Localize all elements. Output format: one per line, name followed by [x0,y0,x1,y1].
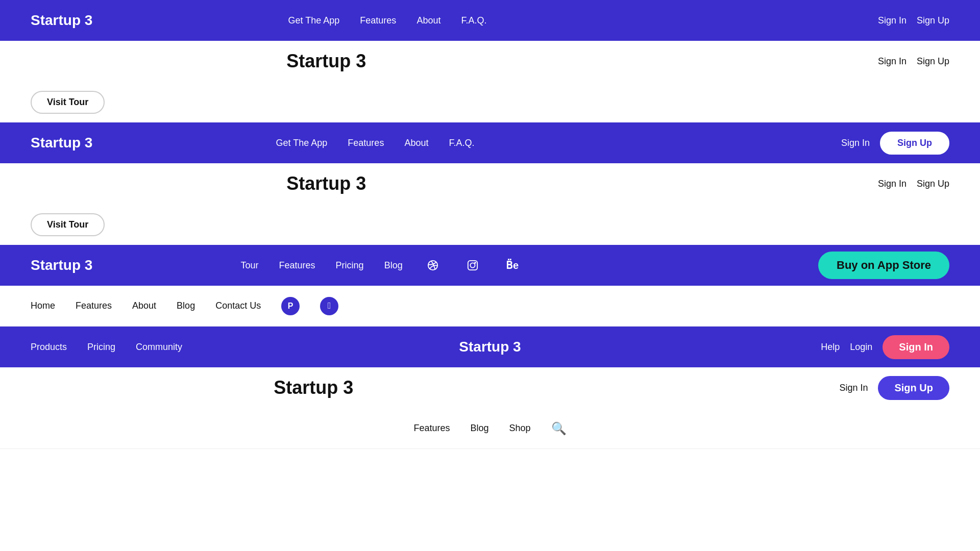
nav-features-3[interactable]: Features [279,260,315,270]
login-btn-5[interactable]: Login [850,342,872,353]
content-band-2: Visit Tour [0,82,980,122]
nav-about-4[interactable]: About [132,300,156,311]
visit-tour-btn-1[interactable]: Visit Tour [31,91,105,114]
nav-blog-4[interactable]: Blog [177,300,195,311]
nav-links-2: Get The App Features About F.A.Q. [276,138,475,148]
nav-links-4: Home Features About Blog Contact Us P  [31,297,338,315]
svg-rect-1 [468,261,477,270]
partial-navbar-6: Features Blog Shop 🔍 [0,408,980,449]
nav-home-4[interactable]: Home [31,300,55,311]
navbar-2: Startup 3 Get The App Features About F.A… [0,122,980,163]
sign-in-btn-2[interactable]: Sign In [841,138,870,148]
behance-icon: B̈e [503,256,522,275]
nav-about-2[interactable]: About [404,138,428,148]
nav-pricing-5[interactable]: Pricing [87,342,115,352]
svg-point-2 [470,263,475,267]
navbar-1: Startup 3 Get The App Features About F.A… [0,0,980,41]
brand-2: Startup 3 [31,135,92,151]
nav-links-3: Tour Features Pricing Blog B̈e [241,256,522,275]
search-icon[interactable]: 🔍 [551,421,567,435]
nav-links-5: Products Pricing Community [31,342,182,353]
nav-features-6[interactable]: Features [413,423,450,433]
navbar-5: Products Pricing Community Startup 3 Hel… [0,327,980,367]
nav-community-5[interactable]: Community [136,342,182,352]
sign-up-btn-2[interactable]: Sign Up [880,132,949,155]
sign-up-content-5[interactable]: Sign Up [878,376,949,400]
content-band-1: Startup 3 Sign In Sign Up [0,41,980,82]
nav-get-app-1[interactable]: Get The App [288,15,340,26]
content-actions-1: Sign In Sign Up [878,56,949,67]
content-actions-3: Sign In Sign Up [878,179,949,189]
nav-faq-1[interactable]: F.A.Q. [461,15,486,26]
content-band-3: Startup 3 Sign In Sign Up [0,163,980,204]
nav-actions-2: Sign In Sign Up [841,132,949,155]
brand-1: Startup 3 [31,12,92,29]
sign-in-content-3[interactable]: Sign In [878,179,906,189]
sign-in-btn-1[interactable]: Sign In [878,15,906,26]
brand-3: Startup 3 [31,257,92,273]
content-title-1: Startup 3 [286,51,366,72]
nav-features-1[interactable]: Features [360,15,396,26]
nav-actions-1: Sign In Sign Up [878,15,949,26]
navbar-4: Home Features About Blog Contact Us P  [0,286,980,327]
nav-blog-6[interactable]: Blog [470,423,488,433]
navbar-3: Startup 3 Tour Features Pricing Blog B̈e… [0,245,980,286]
nav-blog-3[interactable]: Blog [384,260,403,270]
nav-get-app-2[interactable]: Get The App [276,138,328,148]
content-band-5: Startup 3 Sign In Sign Up [0,367,980,408]
producthunt-icon: P [281,297,300,315]
sign-up-btn-1[interactable]: Sign Up [917,15,949,26]
nav-shop-6[interactable]: Shop [509,423,531,433]
instagram-icon [463,256,482,275]
dribbble-icon [423,256,443,275]
sign-in-content-1[interactable]: Sign In [878,56,906,67]
sign-up-content-1[interactable]: Sign Up [917,56,949,67]
sign-in-content-5[interactable]: Sign In [839,383,868,393]
nav-actions-3: Buy on App Store [818,252,949,279]
nav-pricing-3[interactable]: Pricing [336,260,364,270]
nav-features-2[interactable]: Features [348,138,384,148]
nav-about-1[interactable]: About [416,15,440,26]
nav-links-1: Get The App Features About F.A.Q. [288,15,487,26]
nav-actions-5: Help Login Sign In [821,335,949,359]
nav-tour-3[interactable]: Tour [241,260,259,270]
content-band-4: Visit Tour [0,204,980,245]
nav-features-4[interactable]: Features [76,300,112,311]
buy-app-store-btn[interactable]: Buy on App Store [818,252,949,279]
content-actions-5: Sign In Sign Up [839,376,949,400]
svg-point-3 [475,262,476,263]
nav-links-6: Features Blog Shop 🔍 [413,421,566,436]
content-title-5: Startup 3 [274,377,353,398]
nav-contact-4[interactable]: Contact Us [215,300,261,311]
nav-products-5[interactable]: Products [31,342,67,352]
sign-in-btn-5[interactable]: Sign In [883,335,949,359]
apple-icon:  [320,297,338,315]
nav-faq-2[interactable]: F.A.Q. [449,138,474,148]
visit-tour-btn-2[interactable]: Visit Tour [31,213,105,236]
help-btn-5[interactable]: Help [821,342,840,353]
content-title-2: Startup 3 [286,173,366,194]
sign-up-content-3[interactable]: Sign Up [917,179,949,189]
brand-4: Startup 3 [459,339,521,355]
